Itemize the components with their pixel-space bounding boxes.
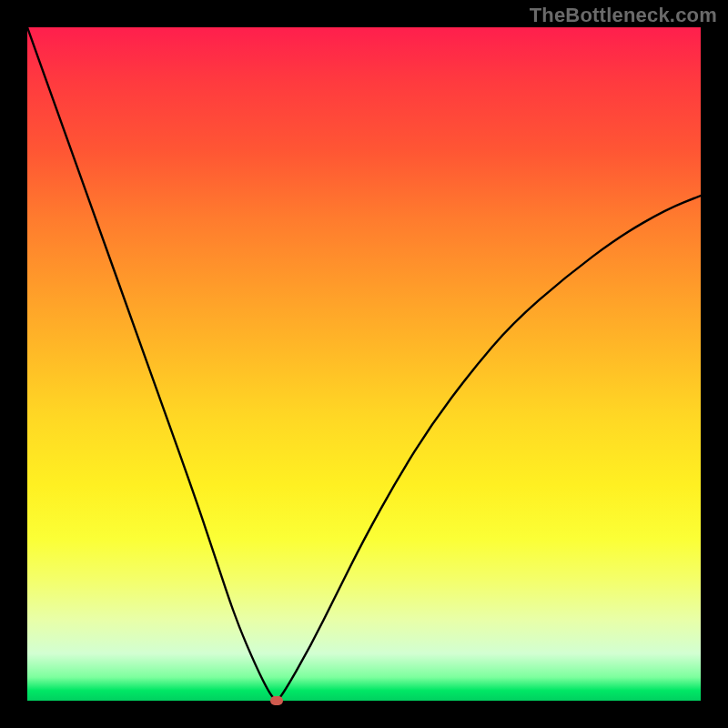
min-marker [270,696,283,705]
watermark-text: TheBottleneck.com [530,4,717,27]
plot-area [27,27,701,701]
chart-frame: TheBottleneck.com [0,0,728,728]
curve-svg [27,27,701,701]
bottleneck-curve-path [27,27,701,699]
